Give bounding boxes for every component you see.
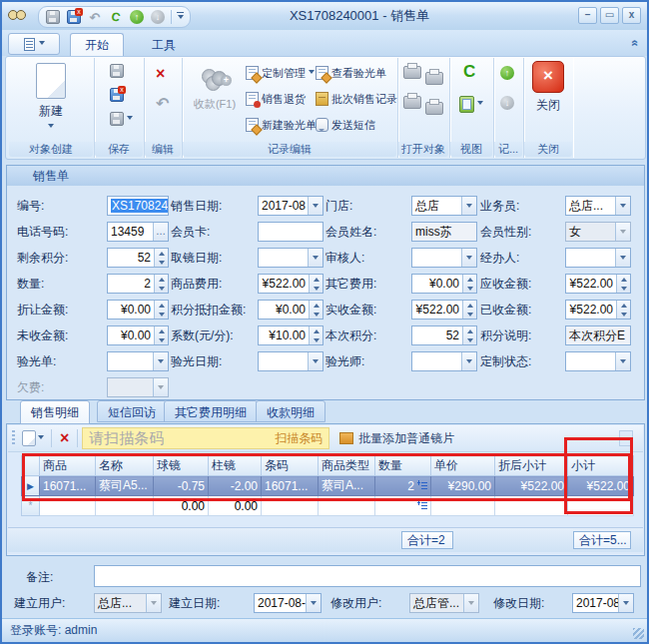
dropdown-button[interactable] <box>615 197 630 215</box>
remaining-points-field[interactable]: 52 <box>107 248 169 268</box>
cell-cylinder[interactable]: -2.00 <box>209 476 262 496</box>
new-line-button[interactable] <box>19 430 47 446</box>
optometry-no-field[interactable] <box>107 351 169 371</box>
salesman-field[interactable]: 总店... <box>565 196 631 216</box>
spinner[interactable] <box>462 326 476 344</box>
cell-name[interactable]: 蔡司A5... <box>96 476 154 496</box>
col-header-price[interactable]: 单价 <box>431 456 495 476</box>
dropdown-button[interactable] <box>615 352 630 370</box>
phone-field[interactable]: 13459… <box>107 222 169 242</box>
spinner[interactable] <box>309 326 323 344</box>
print-export-button[interactable] <box>425 102 443 115</box>
auditor-field[interactable] <box>411 248 477 268</box>
spinner[interactable] <box>154 275 168 293</box>
custom-manage-button[interactable]: 定制管理 <box>246 62 315 84</box>
dropdown-button[interactable] <box>463 594 478 612</box>
points-note-field[interactable]: 本次积分E <box>565 325 631 345</box>
col-header-subtotal[interactable]: 小计 <box>568 456 634 476</box>
dropdown-button[interactable] <box>461 352 476 370</box>
save-as-button[interactable] <box>110 112 133 126</box>
cell-price[interactable]: ¥290.00 <box>431 476 495 496</box>
layout-button[interactable] <box>459 96 483 113</box>
col-header-barcode[interactable]: 条码 <box>262 456 319 476</box>
cell-price[interactable] <box>431 496 495 516</box>
remark-input[interactable] <box>94 565 641 587</box>
tab-payment-detail[interactable]: 收款明细 <box>256 400 325 422</box>
modified-date-field[interactable]: 2017-08 <box>572 593 634 613</box>
created-by-field[interactable]: 总店... <box>94 593 162 613</box>
spinner[interactable] <box>616 301 630 319</box>
batch-add-lens-button[interactable]: 批量添加普通镜片 <box>339 430 454 447</box>
dropdown-button[interactable] <box>308 197 323 215</box>
new-optometry-button[interactable]: 新建验光单 <box>246 114 317 136</box>
view-optometry-button[interactable]: 查看验光单 <box>316 62 386 84</box>
tab-other-fee-detail[interactable]: 其它费用明细 <box>164 400 258 422</box>
col-header-qty[interactable]: 数量 <box>375 456 431 476</box>
barcode-scan-input[interactable]: 请扫描条码 扫描条码 <box>82 427 329 449</box>
print-design-button[interactable] <box>403 96 421 109</box>
batch-sales-button[interactable]: 批次销售记录 <box>316 88 397 110</box>
dropdown-button[interactable] <box>615 223 630 241</box>
cell-product[interactable] <box>40 496 96 516</box>
collect-payment-button[interactable]: + 收款(F1) <box>186 61 244 112</box>
refresh-button[interactable]: C <box>463 62 475 82</box>
collapse-ribbon-icon[interactable]: « <box>629 40 643 47</box>
discount-field[interactable]: ¥0.00 <box>107 300 169 320</box>
redo-button[interactable]: C <box>106 7 126 27</box>
dropdown-button[interactable] <box>615 249 630 267</box>
order-no-field[interactable]: XS170824 <box>107 196 169 216</box>
spinner[interactable] <box>154 301 168 319</box>
goods-fee-field[interactable]: ¥522.00 <box>258 274 324 294</box>
app-menu-button[interactable] <box>8 33 60 55</box>
member-card-field[interactable] <box>258 222 324 242</box>
column-options-button[interactable]: - <box>619 430 633 446</box>
paid-in-field[interactable]: ¥522.00 <box>411 300 477 320</box>
previous-record-button[interactable]: ↑ <box>500 66 514 80</box>
sales-return-button[interactable]: 销售退货 <box>246 88 306 110</box>
current-points-field[interactable]: 52 <box>411 325 477 345</box>
receivable-field[interactable]: ¥522.00 <box>565 274 631 294</box>
coefficient-field[interactable]: ¥10.00 <box>258 325 324 345</box>
cell-subtotal[interactable]: ¥522.00 <box>568 476 634 496</box>
cell-barcode[interactable]: 16071... <box>262 476 319 496</box>
dropdown-button[interactable] <box>306 594 321 612</box>
tab-sms-callback[interactable]: 短信回访 <box>97 400 167 422</box>
created-date-field[interactable]: 2017-08- <box>254 593 322 613</box>
print-button[interactable] <box>425 72 443 85</box>
col-header-cylinder[interactable]: 柱镜 <box>209 456 262 476</box>
cell-discount-subtotal[interactable] <box>495 496 568 516</box>
undo-button[interactable]: ↶ <box>87 9 103 25</box>
member-name-field[interactable]: miss苏 <box>411 222 477 242</box>
col-header-sphere[interactable]: 球镜 <box>154 456 209 476</box>
spinner[interactable] <box>462 301 476 319</box>
dropdown-button[interactable] <box>461 197 476 215</box>
close-window-button[interactable]: x <box>622 7 641 24</box>
sales-date-field[interactable]: 2017-08 <box>258 196 324 216</box>
optometrist-field[interactable] <box>411 351 477 371</box>
cell-qty[interactable] <box>375 496 431 516</box>
spinner[interactable] <box>154 326 168 344</box>
send-sms-button[interactable]: 发送短信 <box>316 114 375 136</box>
cell-type[interactable] <box>319 496 375 516</box>
scan-barcode-button[interactable]: 扫描条码 <box>275 430 323 447</box>
other-fee-field[interactable]: ¥0.00 <box>411 274 477 294</box>
dropdown-button[interactable] <box>308 352 323 370</box>
pickup-date-field[interactable] <box>258 248 324 268</box>
close-form-button[interactable]: × 关闭 <box>527 61 569 114</box>
arrears-field[interactable] <box>107 377 169 397</box>
delete-line-button[interactable]: × <box>56 430 73 446</box>
cell-qty[interactable]: 2 <box>375 476 431 496</box>
spinner[interactable] <box>616 275 630 293</box>
save-button-ribbon[interactable] <box>110 64 124 78</box>
dropdown-button[interactable] <box>153 352 168 370</box>
spinner[interactable] <box>462 275 476 293</box>
dropdown-button[interactable] <box>146 594 161 612</box>
cell-discount-subtotal[interactable]: ¥522.00 <box>495 476 568 496</box>
cell-product[interactable]: 16071... <box>40 476 96 496</box>
cell-sphere[interactable]: -0.75 <box>154 476 209 496</box>
next-record-button[interactable]: ↓ <box>500 96 514 110</box>
save-close-button[interactable]: x <box>66 9 82 25</box>
cell-sphere[interactable]: 0.00 <box>154 496 209 516</box>
cell-cylinder[interactable]: 0.00 <box>209 496 262 516</box>
points-deduct-field[interactable]: ¥0.00 <box>258 300 324 320</box>
